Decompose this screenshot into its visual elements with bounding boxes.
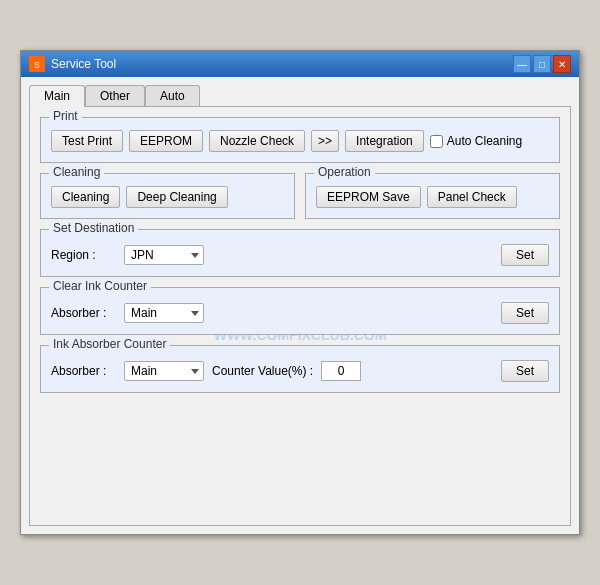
arrow-button[interactable]: >> [311, 130, 339, 152]
test-print-button[interactable]: Test Print [51, 130, 123, 152]
title-bar-left: S Service Tool [29, 56, 116, 72]
absorber-counter-row: Absorber : Main Sub Counter Value(%) : S… [51, 360, 549, 382]
window-title: Service Tool [51, 57, 116, 71]
absorber-select-2[interactable]: Main Sub [124, 361, 204, 381]
clear-ink-counter-section: Clear Ink Counter Absorber : Main Sub Se… [40, 287, 560, 335]
close-button[interactable]: ✕ [553, 55, 571, 73]
operation-buttons-row: EEPROM Save Panel Check [316, 186, 549, 208]
region-label: Region : [51, 248, 116, 262]
eeprom-save-button[interactable]: EEPROM Save [316, 186, 421, 208]
cleaning-section-title: Cleaning [49, 165, 104, 179]
auto-cleaning-text: Auto Cleaning [447, 134, 522, 148]
deep-cleaning-button[interactable]: Deep Cleaning [126, 186, 227, 208]
set-destination-button[interactable]: Set [501, 244, 549, 266]
title-bar: S Service Tool — □ ✕ [21, 51, 579, 77]
auto-cleaning-label: Auto Cleaning [430, 134, 522, 148]
auto-cleaning-checkbox[interactable] [430, 135, 443, 148]
region-row: Region : JPN USA EUR Set [51, 244, 549, 266]
title-bar-buttons: — □ ✕ [513, 55, 571, 73]
restore-button[interactable]: □ [533, 55, 551, 73]
tab-other[interactable]: Other [85, 85, 145, 106]
region-select[interactable]: JPN USA EUR [124, 245, 204, 265]
main-window: S Service Tool — □ ✕ Main Other Auto Com… [20, 50, 580, 535]
integration-button[interactable]: Integration [345, 130, 424, 152]
cleaning-section: Cleaning Cleaning Deep Cleaning [40, 173, 295, 219]
tab-main[interactable]: Main [29, 85, 85, 107]
ink-absorber-counter-section: Ink Absorber Counter Absorber : Main Sub… [40, 345, 560, 393]
absorber-label-2: Absorber : [51, 364, 116, 378]
absorber-select-1[interactable]: Main Sub [124, 303, 204, 323]
counter-value-label: Counter Value(%) : [212, 364, 313, 378]
operation-section: Operation EEPROM Save Panel Check [305, 173, 560, 219]
set-destination-title: Set Destination [49, 221, 138, 235]
tab-auto[interactable]: Auto [145, 85, 200, 106]
app-icon: S [29, 56, 45, 72]
window-content: Main Other Auto Comfixclub WWW.COMFIXCLU… [21, 77, 579, 534]
eeprom-button[interactable]: EEPROM [129, 130, 203, 152]
counter-value-input[interactable] [321, 361, 361, 381]
panel-check-button[interactable]: Panel Check [427, 186, 517, 208]
svg-text:S: S [34, 60, 40, 70]
absorber-label-1: Absorber : [51, 306, 116, 320]
cleaning-button[interactable]: Cleaning [51, 186, 120, 208]
print-buttons-row: Test Print EEPROM Nozzle Check >> Integr… [51, 130, 549, 152]
tab-content-main: Comfixclub WWW.COMFIXCLUB.COM Print Test… [29, 106, 571, 526]
clear-ink-set-button[interactable]: Set [501, 302, 549, 324]
set-destination-section: Set Destination Region : JPN USA EUR Set [40, 229, 560, 277]
cleaning-buttons-row: Cleaning Deep Cleaning [51, 186, 284, 208]
operation-section-title: Operation [314, 165, 375, 179]
nozzle-check-button[interactable]: Nozzle Check [209, 130, 305, 152]
ink-absorber-counter-title: Ink Absorber Counter [49, 337, 170, 351]
clear-ink-counter-title: Clear Ink Counter [49, 279, 151, 293]
tab-bar: Main Other Auto [29, 85, 571, 106]
print-section-title: Print [49, 109, 82, 123]
absorber-row-1: Absorber : Main Sub Set [51, 302, 549, 324]
minimize-button[interactable]: — [513, 55, 531, 73]
ink-absorber-set-button[interactable]: Set [501, 360, 549, 382]
print-section: Print Test Print EEPROM Nozzle Check >> … [40, 117, 560, 163]
